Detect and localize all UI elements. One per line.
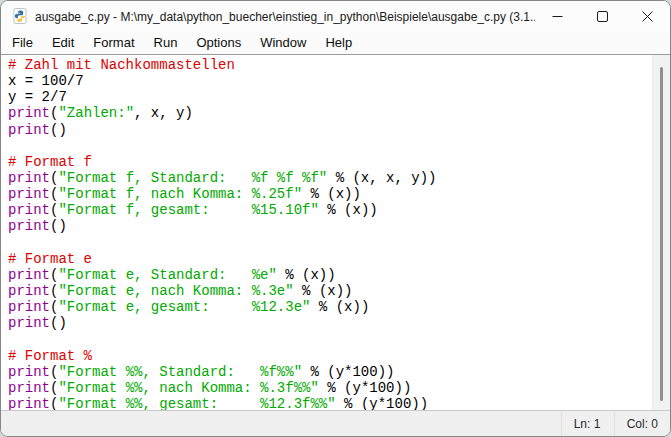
code-token-comment: # Format %	[8, 348, 92, 364]
code-token-string: "Zahlen:"	[58, 105, 134, 121]
code-line: print("Format %%, Standard: %f%%" % (y*1…	[8, 364, 653, 380]
code-token-comment: # Format f	[8, 154, 92, 170]
code-token-builtin: print	[8, 380, 50, 396]
code-token-string: "Format f, nach Komma: %.25f"	[58, 186, 302, 202]
code-line: # Format %	[8, 348, 653, 364]
code-line: x = 100/7	[8, 73, 653, 89]
code-token-builtin: print	[8, 105, 50, 121]
code-token-comment: # Zahl mit Nachkommastellen	[8, 57, 235, 73]
code-line: print("Format e, gesamt: %12.3e" % (x))	[8, 299, 653, 315]
code-token-code: ()	[50, 218, 67, 234]
menu-item-edit[interactable]: Edit	[44, 32, 82, 53]
code-token-builtin: print	[8, 364, 50, 380]
code-token-code: , x, y)	[134, 105, 193, 121]
code-line: print("Format f, Standard: %f %f %f" % (…	[8, 170, 653, 186]
code-line: print("Format f, nach Komma: %.25f" % (x…	[8, 186, 653, 202]
title-bar[interactable]: ausgabe_c.py - M:\my_data\python_buecher…	[1, 1, 670, 31]
code-token-string: "Format e, Standard: %e"	[58, 267, 276, 283]
code-token-string: "Format f, Standard: %f %f %f"	[58, 170, 327, 186]
code-line	[8, 235, 653, 251]
code-line: # Zahl mit Nachkommastellen	[8, 57, 653, 73]
code-token-builtin: print	[8, 396, 50, 410]
code-token-string: "Format f, gesamt: %15.10f"	[58, 202, 318, 218]
code-token-builtin: print	[8, 202, 50, 218]
menu-item-run[interactable]: Run	[146, 32, 186, 53]
menu-item-file[interactable]: File	[4, 32, 41, 53]
status-bar: Ln: 1 Col: 0	[1, 410, 670, 436]
code-line: print("Format e, nach Komma: %.3e" % (x)…	[8, 283, 653, 299]
code-token-string: "Format e, nach Komma: %.3e"	[58, 283, 293, 299]
code-token-code: % (y*100))	[319, 380, 411, 396]
close-button[interactable]	[625, 1, 670, 31]
vertical-scrollbar[interactable]	[652, 55, 670, 410]
code-token-builtin: print	[8, 283, 50, 299]
minimize-button[interactable]	[535, 1, 580, 31]
code-line: print("Format e, Standard: %e" % (x))	[8, 267, 653, 283]
code-token-string: "Format %%, gesamt: %12.3f%%"	[58, 396, 335, 410]
code-line: print("Zahlen:", x, y)	[8, 105, 653, 121]
python-file-icon	[12, 8, 28, 24]
code-token-code: % (x))	[302, 186, 361, 202]
code-line	[8, 331, 653, 347]
code-token-builtin: print	[8, 218, 50, 234]
code-line: print()	[8, 122, 653, 138]
code-token-builtin: print	[8, 315, 50, 331]
code-token-code: % (y*100))	[336, 396, 428, 410]
code-token-comment: # Format e	[8, 251, 92, 267]
menu-item-window[interactable]: Window	[252, 32, 314, 53]
code-line: print("Format f, gesamt: %15.10f" % (x))	[8, 202, 653, 218]
code-editor[interactable]: # Zahl mit Nachkommastellenx = 100/7y = …	[1, 55, 653, 410]
code-line: # Format e	[8, 251, 653, 267]
window-title: ausgabe_c.py - M:\my_data\python_buecher…	[35, 9, 535, 24]
code-token-code: % (x, x, y))	[327, 170, 436, 186]
code-line: y = 2/7	[8, 89, 653, 105]
editor-area: # Zahl mit Nachkommastellenx = 100/7y = …	[1, 54, 670, 410]
code-token-builtin: print	[8, 186, 50, 202]
code-token-builtin: print	[8, 299, 50, 315]
status-column-number: Col: 0	[614, 411, 670, 436]
code-token-code: % (x))	[294, 283, 353, 299]
code-token-code: % (x))	[277, 267, 336, 283]
code-token-string: "Format %%, Standard: %f%%"	[58, 364, 302, 380]
code-token-builtin: print	[8, 267, 50, 283]
code-line: print("Format %%, gesamt: %12.3f%%" % (y…	[8, 396, 653, 410]
scrollbar-thumb[interactable]	[660, 67, 663, 401]
code-token-builtin: print	[8, 122, 50, 138]
code-line: print()	[8, 315, 653, 331]
code-token-code: ()	[50, 122, 67, 138]
status-line-number: Ln: 1	[561, 411, 614, 436]
code-token-builtin: print	[8, 170, 50, 186]
maximize-button[interactable]	[580, 1, 625, 31]
code-token-code: % (x))	[319, 202, 378, 218]
menu-item-options[interactable]: Options	[188, 32, 249, 53]
code-token-code: % (x))	[310, 299, 369, 315]
code-line: print("Format %%, nach Komma: %.3f%%" % …	[8, 380, 653, 396]
minimize-icon	[552, 11, 563, 22]
menu-item-format[interactable]: Format	[85, 32, 142, 53]
code-line	[8, 138, 653, 154]
code-token-code: y = 2/7	[8, 89, 67, 105]
code-token-code: % (y*100))	[302, 364, 394, 380]
code-line: print()	[8, 218, 653, 234]
window-controls	[535, 1, 670, 31]
menu-bar: FileEditFormatRunOptionsWindowHelp	[1, 31, 670, 54]
code-token-code: x = 100/7	[8, 73, 84, 89]
idle-editor-window: ausgabe_c.py - M:\my_data\python_buecher…	[0, 0, 671, 437]
code-token-string: "Format %%, nach Komma: %.3f%%"	[58, 380, 318, 396]
code-token-code: ()	[50, 315, 67, 331]
code-token-string: "Format e, gesamt: %12.3e"	[58, 299, 310, 315]
code-line: # Format f	[8, 154, 653, 170]
close-icon	[642, 11, 653, 22]
maximize-icon	[597, 11, 608, 22]
menu-item-help[interactable]: Help	[317, 32, 360, 53]
